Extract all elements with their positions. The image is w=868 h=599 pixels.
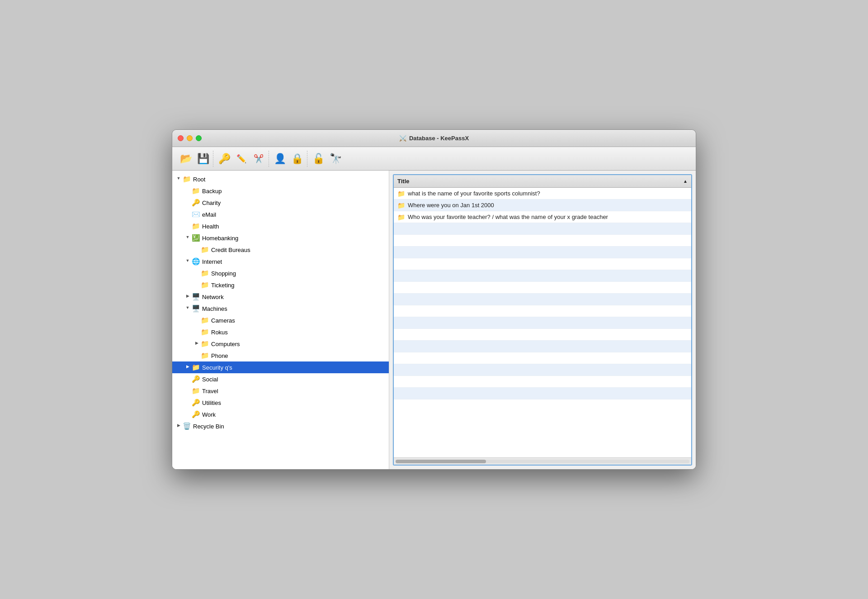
search-button[interactable]: 🔭 [327, 151, 344, 167]
row-title: Where were you on Jan 1st 2000 [408, 202, 494, 209]
save-button[interactable]: 💾 [195, 151, 211, 167]
list-header[interactable]: Title ▲ [394, 175, 691, 188]
icon-root: 📁 [182, 175, 191, 183]
toggle-internet[interactable]: ▼ [185, 258, 190, 265]
sidebar-item-utilities[interactable]: 🔑Utilities [172, 397, 389, 409]
toggle-social[interactable] [185, 376, 190, 382]
label-shopping: Shopping [211, 270, 389, 277]
list-row[interactable]: 📁Where were you on Jan 1st 2000 [394, 200, 691, 211]
toggle-phone[interactable] [194, 352, 199, 359]
sidebar-item-email[interactable]: ✉️eMail [172, 209, 389, 220]
sidebar-item-rokus[interactable]: 📁Rokus [172, 326, 389, 338]
toggle-cameras[interactable] [194, 317, 199, 323]
toggle-homebanking[interactable]: ▼ [185, 235, 190, 241]
sidebar-item-creditbureaus[interactable]: 📁Credit Bureaus [172, 244, 389, 256]
open-button[interactable]: 📂 [178, 151, 194, 167]
scrollbar-area[interactable] [394, 457, 691, 465]
sidebar-item-cameras[interactable]: 📁Cameras [172, 314, 389, 326]
list-row[interactable] [394, 376, 691, 388]
icon-rokus: 📁 [200, 328, 209, 336]
main-panel: Title ▲ 📁what is the name of your favori… [393, 174, 692, 466]
sidebar-item-securityqs[interactable]: ▶📁Security q's [172, 361, 389, 373]
sidebar-item-charity[interactable]: 🔑Charity [172, 197, 389, 209]
minimize-button[interactable] [187, 135, 193, 141]
list-row[interactable] [394, 235, 691, 247]
sidebar-item-phone[interactable]: 📁Phone [172, 350, 389, 361]
toggle-network[interactable]: ▶ [185, 294, 190, 300]
list-row[interactable] [394, 388, 691, 399]
toggle-charity[interactable] [185, 200, 190, 206]
list-body[interactable]: 📁what is the name of your favorite sport… [394, 188, 691, 457]
sidebar-item-travel[interactable]: 📁Travel [172, 385, 389, 397]
list-row[interactable] [394, 223, 691, 235]
toggle-health[interactable] [185, 223, 190, 229]
toggle-machines[interactable]: ▼ [185, 305, 190, 312]
list-row[interactable] [394, 329, 691, 341]
icon-machines: 🖥️ [191, 304, 200, 313]
edit-entry-button[interactable]: ✏️ [233, 151, 250, 167]
label-email: eMail [202, 211, 389, 218]
sidebar-item-homebanking[interactable]: ▼💹Homebanking [172, 232, 389, 244]
list-row[interactable] [394, 364, 691, 376]
label-work: Work [202, 411, 389, 418]
toggle-recyclebin[interactable]: ▶ [176, 423, 181, 429]
list-row[interactable] [394, 317, 691, 329]
sidebar-item-root[interactable]: ▼📁Root [172, 173, 389, 185]
add-entry-button[interactable]: 🔑 [216, 151, 232, 167]
toggle-computers[interactable]: ▶ [194, 341, 199, 347]
label-charity: Charity [202, 200, 389, 206]
toggle-securityqs[interactable]: ▶ [185, 364, 190, 371]
sidebar-item-recyclebin[interactable]: ▶🗑️Recycle Bin [172, 420, 389, 432]
sidebar-item-internet[interactable]: ▼🌐Internet [172, 256, 389, 267]
toolbar-group-group: 👤 🔒 [270, 151, 307, 167]
close-button[interactable] [178, 135, 184, 141]
list-row[interactable]: 📁Who was your favorite teacher? / what w… [394, 211, 691, 223]
list-row[interactable]: 📁what is the name of your favorite sport… [394, 188, 691, 200]
icon-homebanking: 💹 [191, 234, 200, 242]
sidebar-item-machines[interactable]: ▼🖥️Machines [172, 303, 389, 314]
list-row[interactable] [394, 270, 691, 282]
icon-network: 🖥️ [191, 293, 200, 301]
icon-work: 🔑 [191, 410, 200, 418]
scrollbar-thumb[interactable] [396, 460, 486, 463]
toggle-root[interactable]: ▼ [176, 176, 181, 182]
sidebar-item-network[interactable]: ▶🖥️Network [172, 291, 389, 303]
toggle-travel[interactable] [185, 388, 190, 394]
add-group-button[interactable]: 👤 [272, 151, 288, 167]
label-root: Root [193, 176, 389, 183]
list-row[interactable] [394, 294, 691, 305]
sidebar-item-work[interactable]: 🔑Work [172, 409, 389, 420]
icon-recyclebin: 🗑️ [182, 422, 191, 430]
list-row[interactable] [394, 305, 691, 317]
sidebar-item-ticketing[interactable]: 📁Ticketing [172, 279, 389, 291]
toggle-creditbureaus[interactable] [194, 247, 199, 253]
toggle-shopping[interactable] [194, 270, 199, 276]
list-row[interactable] [394, 352, 691, 364]
toggle-backup[interactable] [185, 188, 190, 194]
sidebar-item-backup[interactable]: 📁Backup [172, 185, 389, 197]
window-title: ⚔️ Database - KeePassX [399, 135, 469, 142]
sidebar-item-computers[interactable]: ▶📁Computers [172, 338, 389, 350]
scrollbar-track[interactable] [396, 460, 689, 463]
list-row[interactable] [394, 247, 691, 258]
toggle-utilities[interactable] [185, 399, 190, 406]
delete-entry-button[interactable]: ✂️ [250, 151, 267, 167]
maximize-button[interactable] [196, 135, 202, 141]
toggle-ticketing[interactable] [194, 282, 199, 288]
sidebar[interactable]: ▼📁Root📁Backup🔑Charity✉️eMail📁Health▼💹Hom… [172, 171, 389, 469]
toggle-email[interactable] [185, 211, 190, 218]
toggle-rokus[interactable] [194, 329, 199, 335]
edit-group-button[interactable]: 🔒 [289, 151, 305, 167]
label-internet: Internet [202, 258, 389, 265]
label-computers: Computers [211, 341, 389, 347]
lock-button[interactable]: 🔓 [310, 151, 326, 167]
list-row[interactable] [394, 258, 691, 270]
list-row[interactable] [394, 341, 691, 352]
icon-securityqs: 📁 [191, 363, 200, 371]
sidebar-item-shopping[interactable]: 📁Shopping [172, 267, 389, 279]
sidebar-item-social[interactable]: 🔑Social [172, 373, 389, 385]
list-row[interactable] [394, 282, 691, 294]
toggle-work[interactable] [185, 411, 190, 418]
sidebar-item-health[interactable]: 📁Health [172, 220, 389, 232]
icon-internet: 🌐 [191, 257, 200, 266]
